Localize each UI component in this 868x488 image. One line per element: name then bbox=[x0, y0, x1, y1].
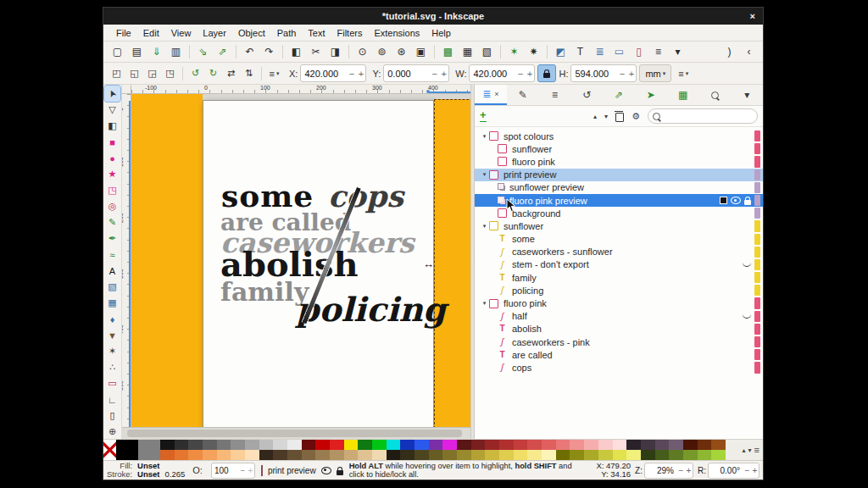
objects-tree-row-stem-don-t-export[interactable]: ʃstem - don't export bbox=[475, 258, 763, 271]
zoom-decrement-button[interactable]: − bbox=[677, 466, 685, 475]
palette-swatch-f8ea8c[interactable] bbox=[527, 450, 542, 460]
spiral-tool-icon[interactable]: ◎ bbox=[104, 198, 120, 214]
orange-swatch-rect-left[interactable] bbox=[131, 94, 203, 427]
cut-icon[interactable]: ✂ bbox=[307, 43, 326, 60]
search-input[interactable] bbox=[664, 111, 740, 122]
canvas-viewport[interactable]: some cops are called caseworkers abolish… bbox=[131, 94, 470, 427]
palette-swatch-d6d6d6[interactable] bbox=[273, 440, 287, 450]
layer-color-chip[interactable] bbox=[754, 311, 760, 322]
menu-layer[interactable]: Layer bbox=[197, 28, 232, 38]
unit-dropdown[interactable]: mm ▾ bbox=[639, 64, 671, 82]
palette-swatch-5a485a[interactable] bbox=[655, 440, 670, 450]
layer-color-chip[interactable] bbox=[754, 336, 760, 347]
palette-swatch-767676[interactable] bbox=[217, 440, 231, 450]
close-tab-icon[interactable]: × bbox=[494, 90, 498, 98]
palette-swatch-f0f07a[interactable] bbox=[626, 450, 641, 460]
palette-swatch-998a2e[interactable] bbox=[457, 450, 471, 460]
palette-swatch-b3a133[interactable] bbox=[471, 450, 486, 460]
x-decrement-button[interactable]: − bbox=[347, 69, 356, 79]
tweak-tool-icon[interactable]: ✶ bbox=[104, 343, 120, 359]
objects-tree-row-abolish[interactable]: Tabolish bbox=[475, 323, 763, 336]
layer-color-chip[interactable] bbox=[754, 285, 760, 296]
palette-swatch-fcdede[interactable] bbox=[613, 440, 627, 450]
opacity-increment-button[interactable]: + bbox=[247, 466, 254, 475]
group-icon[interactable]: ▩ bbox=[439, 43, 458, 60]
objects-tree-row-spot-colours[interactable]: ▾spot colours bbox=[475, 130, 763, 142]
palette-swatch-8c8c14[interactable] bbox=[570, 450, 584, 460]
ellipse-tool-icon[interactable]: ● bbox=[104, 150, 120, 166]
palette-swatch-2a222a[interactable] bbox=[626, 440, 641, 450]
import-icon[interactable]: ⇘ bbox=[194, 43, 213, 60]
copy-icon[interactable]: ◧ bbox=[287, 43, 306, 60]
layer-color-chip[interactable] bbox=[754, 143, 760, 154]
palette-swatch-fcf3b8[interactable] bbox=[542, 450, 556, 460]
palette-swatch-806640[interactable] bbox=[302, 450, 316, 460]
palette-swatch-1133bb[interactable] bbox=[400, 440, 415, 450]
zoom-field[interactable]: 29% − + bbox=[644, 463, 693, 479]
palette-swatch-4a1505[interactable] bbox=[683, 440, 698, 450]
palette-swatch-ea7878[interactable] bbox=[556, 440, 570, 450]
palette-swatch-8e8e8e[interactable] bbox=[231, 440, 245, 450]
current-layer-indicator[interactable]: print preview bbox=[261, 465, 343, 476]
palette-swatch-332d1a[interactable] bbox=[400, 450, 415, 460]
objects-tree-row-half[interactable]: ʃhalf bbox=[475, 310, 763, 323]
palette-swatch-fde0ba[interactable] bbox=[245, 450, 259, 460]
palette-swatch-464646[interactable] bbox=[188, 440, 203, 450]
palette-swatch-e02020[interactable] bbox=[330, 440, 344, 450]
layer-color-chip[interactable] bbox=[754, 220, 760, 231]
vertical-ruler[interactable]: 0100200300400500600 bbox=[122, 94, 131, 427]
star-tool-icon[interactable]: ★ bbox=[104, 166, 120, 182]
objects-tree-row-family[interactable]: Tfamily bbox=[475, 271, 763, 284]
objects-tree-row-some[interactable]: Tsome bbox=[475, 233, 763, 246]
black-swatch[interactable] bbox=[116, 440, 138, 460]
spray-tool-icon[interactable]: ∴ bbox=[104, 359, 120, 375]
horizontal-ruler[interactable]: -1000100200300400 bbox=[131, 85, 470, 94]
rotation-field[interactable]: 0.00° − + bbox=[708, 463, 760, 479]
align-dialog-icon[interactable]: ≡ bbox=[649, 43, 668, 60]
box-3d-tool-icon[interactable]: ◳ bbox=[104, 182, 120, 198]
lock-ratio-button[interactable] bbox=[537, 64, 556, 82]
menu-file[interactable]: File bbox=[110, 28, 137, 38]
layer-color-chip[interactable] bbox=[754, 169, 760, 180]
duplicate-icon[interactable]: ▦ bbox=[459, 43, 477, 60]
settings-gear-icon[interactable]: ⚙ bbox=[632, 111, 640, 122]
rotation-decrement-button[interactable]: − bbox=[743, 466, 751, 475]
palette-swatch-00dede[interactable] bbox=[387, 440, 401, 450]
layer-color-chip[interactable] bbox=[754, 324, 760, 335]
flip-vertical-icon[interactable]: ⇅ bbox=[241, 65, 258, 82]
menu-object[interactable]: Object bbox=[232, 28, 271, 38]
menu-help[interactable]: Help bbox=[426, 28, 457, 38]
snap-bar-toggle-icon[interactable]: ) bbox=[721, 43, 739, 60]
no-color-swatch[interactable] bbox=[103, 440, 116, 460]
palette-swatch-c43c3c[interactable] bbox=[514, 440, 528, 450]
layer-color-chip[interactable] bbox=[754, 362, 760, 373]
layer-color-chip[interactable] bbox=[754, 349, 760, 360]
text-cops[interactable]: cops bbox=[328, 181, 403, 211]
paint-bucket-tool-icon[interactable]: ▼ bbox=[104, 327, 120, 343]
toolbar-options-dropdown[interactable]: ≡▾ bbox=[675, 65, 692, 82]
node-tool-icon[interactable]: ▽ bbox=[104, 102, 120, 118]
palette-swatch-1f1a12[interactable] bbox=[387, 450, 401, 460]
palette-swatch-d96322[interactable] bbox=[160, 450, 175, 460]
move-up-button[interactable]: ▴ bbox=[593, 113, 597, 120]
open-document-icon[interactable]: ▤ bbox=[128, 43, 147, 60]
palette-swatch-e0cc4d[interactable] bbox=[499, 450, 514, 460]
layer-color-chip[interactable] bbox=[754, 208, 760, 219]
layer-color-chip[interactable] bbox=[754, 259, 760, 270]
x-increment-button[interactable]: + bbox=[356, 69, 365, 79]
height-field[interactable]: 594.000 − + bbox=[570, 64, 637, 82]
objects-tree-row-fluoro-pink-preview[interactable]: fluoro pink preview bbox=[475, 194, 763, 207]
object-properties-icon[interactable]: ▯ bbox=[630, 43, 648, 60]
collapse-toolbar-icon[interactable]: ‹ bbox=[740, 43, 759, 60]
save-document-icon[interactable]: ⇓ bbox=[147, 43, 166, 60]
palette-swatch-e0c292[interactable] bbox=[358, 450, 372, 460]
palette-swatch-f6adad[interactable] bbox=[584, 440, 598, 450]
height-increment-button[interactable]: + bbox=[626, 69, 636, 79]
invert-selection-icon[interactable]: ✷ bbox=[525, 43, 543, 60]
palette-swatch-aaaa28[interactable] bbox=[584, 450, 598, 460]
flip-horizontal-icon[interactable]: ⇄ bbox=[223, 65, 240, 82]
palette-swatch-33261a[interactable] bbox=[259, 450, 274, 460]
palette-menu-icon[interactable]: ≡ bbox=[754, 445, 760, 455]
palette-swatch-6e6e00[interactable] bbox=[556, 450, 570, 460]
palette-scroll-up-icon[interactable]: ▴ bbox=[743, 446, 746, 454]
